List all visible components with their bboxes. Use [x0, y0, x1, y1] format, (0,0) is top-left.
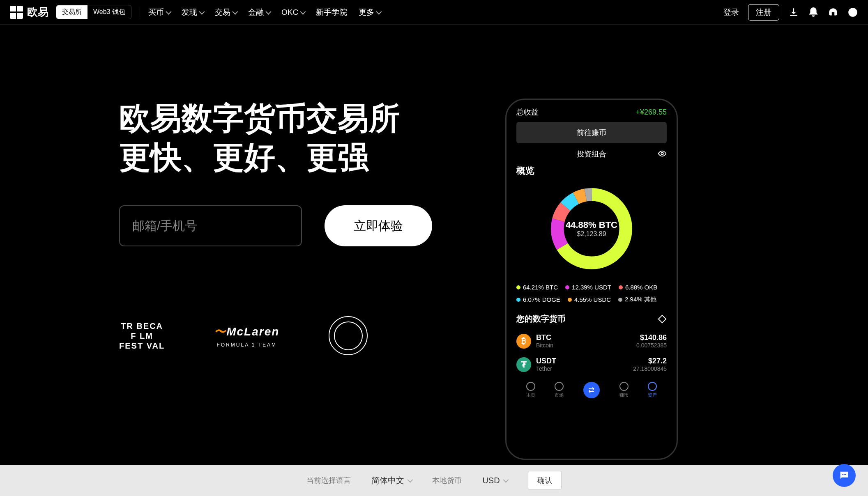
cta-button[interactable]: 立即体验 — [325, 205, 432, 246]
nav-item[interactable]: 交易 — [215, 7, 237, 18]
phone-nav-label: 主页 — [526, 392, 535, 398]
signup-button[interactable]: 注册 — [748, 4, 779, 21]
donut-center: 44.88% BTC $2,123.89 — [566, 220, 617, 238]
legend-item: 4.55% USDC — [568, 296, 611, 303]
legend-item: 12.39% USDT — [565, 284, 611, 291]
phone-mockup: 总收益 +¥269.55 前往赚币 投资组合 概览 44.88% BTC $2,… — [505, 99, 678, 460]
toggle-exchange[interactable]: 交易所 — [56, 5, 87, 19]
svg-point-11 — [845, 474, 846, 475]
chevron-down-icon — [199, 9, 205, 14]
nav-item[interactable]: 新手学院 — [316, 7, 347, 18]
profit-row: 总收益 +¥269.55 — [516, 107, 667, 117]
coin-info: BTC Bitcoin — [536, 333, 636, 349]
chat-button[interactable] — [833, 464, 856, 487]
eye-icon[interactable] — [658, 149, 667, 158]
svg-point-1 — [661, 152, 663, 155]
legend-dot — [568, 298, 572, 302]
nav-item[interactable]: 更多 — [359, 7, 380, 18]
phone-nav-item[interactable]: 赚币 — [619, 382, 629, 398]
legend-dot — [618, 298, 622, 302]
coin-row[interactable]: ₿ BTC Bitcoin $140.86 0.00752385 — [516, 329, 667, 353]
bell-icon[interactable] — [808, 7, 819, 18]
legend-text: 12.39% USDT — [572, 284, 611, 291]
coin-price: $27.2 — [633, 357, 667, 365]
hero-title: 欧易数字货币交易所 更快、更好、更强 — [119, 99, 440, 177]
total-profit-label: 总收益 — [516, 107, 539, 117]
hero-left: 欧易数字货币交易所 更快、更好、更强 立即体验 TR BECA F LM FES… — [119, 99, 440, 460]
nav-item[interactable]: OKC — [281, 7, 304, 18]
phone-nav-item[interactable]: ⇄ — [583, 382, 600, 398]
chevron-down-icon — [376, 9, 382, 14]
legend-text: 2.94% 其他 — [625, 296, 656, 303]
portfolio-header: 投资组合 — [516, 149, 667, 159]
earn-button[interactable]: 前往赚币 — [516, 122, 667, 143]
donut-amt: $2,123.89 — [566, 230, 617, 238]
lang-label: 当前选择语言 — [306, 475, 351, 485]
svg-point-9 — [842, 474, 843, 475]
login-link[interactable]: 登录 — [723, 7, 739, 18]
coin-values: $140.86 0.00752385 — [636, 333, 667, 349]
portfolio-label: 投资组合 — [577, 149, 606, 159]
chevron-down-icon — [166, 9, 171, 14]
phone-nav-label: 市场 — [555, 392, 564, 398]
email-input[interactable] — [119, 205, 302, 246]
legend-dot — [619, 285, 623, 289]
confirm-button[interactable]: 确认 — [528, 471, 562, 490]
currency-value: USD — [482, 476, 500, 485]
reorder-icon[interactable] — [658, 315, 667, 324]
chat-icon — [838, 470, 850, 481]
donut-chart: 44.88% BTC $2,123.89 — [516, 184, 667, 274]
nav-item-label: 新手学院 — [316, 7, 347, 18]
logo-icon — [10, 6, 23, 19]
coin-values: $27.2 27.18000845 — [633, 357, 667, 372]
chevron-down-icon — [232, 9, 238, 14]
nav-item[interactable]: 买币 — [148, 7, 170, 18]
chevron-down-icon — [300, 9, 306, 14]
toggle-wallet[interactable]: Web3 钱包 — [87, 5, 131, 19]
partner-tribeca: TR BECA F LM FEST VAL — [119, 321, 165, 351]
locale-bar: 当前选择语言 简体中文 本地货币 USD 确认 — [0, 465, 868, 496]
legend-text: 6.88% OKB — [625, 284, 657, 291]
nav-item-label: 发现 — [182, 7, 197, 18]
coin-icon: ₮ — [516, 357, 531, 372]
legend-item: 2.94% 其他 — [618, 296, 656, 303]
coin-price: $140.86 — [636, 333, 667, 342]
logo[interactable]: 欧易 — [10, 5, 48, 19]
nav-item-label: OKC — [281, 8, 298, 17]
total-profit-value: +¥269.55 — [635, 108, 667, 117]
nav-icon — [648, 382, 657, 391]
nav-item-label: 买币 — [148, 7, 164, 18]
divider — [140, 7, 140, 17]
nav-item[interactable]: 金融 — [248, 7, 270, 18]
nav-item[interactable]: 发现 — [182, 7, 203, 18]
mclaren-logo: 〜McLaren — [214, 324, 279, 340]
nav-icon — [619, 382, 629, 391]
nav-icon — [526, 382, 535, 391]
download-icon[interactable] — [788, 7, 799, 18]
coin-name: Tether — [536, 365, 633, 372]
legend-item: 6.88% OKB — [619, 284, 657, 291]
coin-icon: ₿ — [516, 334, 531, 349]
nav-item-label: 金融 — [248, 7, 264, 18]
legend-dot — [565, 285, 569, 289]
brand-name: 欧易 — [27, 5, 48, 19]
overview-label: 概览 — [516, 165, 667, 177]
partner-mclaren: 〜McLaren FORMULA 1 TEAM — [214, 324, 279, 348]
header-right: 登录 注册 — [723, 4, 858, 21]
mclaren-subtitle: FORMULA 1 TEAM — [214, 342, 279, 348]
legend-item: 6.07% DOGE — [516, 296, 560, 303]
globe-icon[interactable] — [847, 7, 858, 18]
coins-header: 您的数字货币 — [516, 313, 667, 324]
coin-list: ₿ BTC Bitcoin $140.86 0.00752385 ₮ USDT … — [516, 329, 667, 376]
nav-item-label: 更多 — [359, 7, 374, 18]
currency-label: 本地货币 — [432, 475, 462, 485]
lang-select[interactable]: 简体中文 — [371, 475, 412, 486]
phone-nav-item[interactable]: 主页 — [526, 382, 535, 398]
currency-select[interactable]: USD — [482, 476, 507, 485]
legend-text: 64.21% BTC — [523, 284, 558, 291]
coin-row[interactable]: ₮ USDT Tether $27.2 27.18000845 — [516, 353, 667, 376]
phone-nav-item[interactable]: 资产 — [648, 382, 657, 398]
headset-icon[interactable] — [828, 7, 838, 18]
coin-amount: 27.18000845 — [633, 365, 667, 372]
phone-nav-item[interactable]: 市场 — [555, 382, 564, 398]
